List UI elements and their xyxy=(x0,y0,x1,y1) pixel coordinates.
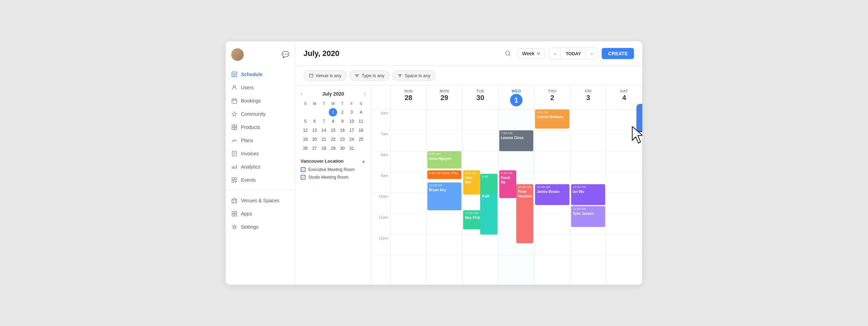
sidebar-item-plans[interactable]: Plans xyxy=(226,134,295,147)
mini-cal-date[interactable] xyxy=(357,144,365,153)
event-leanne-close[interactable]: 7:00 AM Leanne Close xyxy=(499,130,534,151)
event-time: 10:30 AM xyxy=(429,184,460,188)
event-peter-houston[interactable]: 10:00 AM Peter Houston xyxy=(516,184,533,243)
sidebar-item-venues[interactable]: Venues & Spaces xyxy=(226,194,295,207)
mini-cal-date[interactable]: 15 xyxy=(329,126,337,135)
mini-cal-date[interactable]: 25 xyxy=(357,135,365,144)
view-dropdown[interactable]: Week xyxy=(518,49,545,58)
sidebar-item-users[interactable]: Users xyxy=(226,81,295,94)
event-james-brown[interactable]: 10:00 AM James Brown xyxy=(535,184,569,205)
sidebar-item-schedule[interactable]: Schedule xyxy=(226,68,295,81)
space-filter[interactable]: Space is any xyxy=(392,70,435,81)
mini-cal-date[interactable]: 28 xyxy=(320,144,328,153)
location-collapse-btn[interactable]: ▲ xyxy=(361,159,366,164)
mini-cal-date[interactable]: 27 xyxy=(310,144,319,153)
mon-num: 29 xyxy=(428,94,461,102)
location-header: Vancouver Location ▲ xyxy=(301,158,366,164)
mini-cal-date[interactable]: 16 xyxy=(338,126,347,135)
sidebar-item-apps[interactable]: Apps xyxy=(226,207,295,220)
avatar[interactable] xyxy=(231,48,244,61)
executive-room-checkbox[interactable]: ✓ xyxy=(301,167,306,172)
mini-cal-date[interactable] xyxy=(310,108,319,116)
event-tue-overlap[interactable]: 9:45 xyxy=(480,174,497,195)
mini-cal-date[interactable]: 23 xyxy=(338,135,347,144)
mini-cal-date[interactable]: 8 xyxy=(329,117,337,125)
mini-cal-date[interactable]: 30 xyxy=(338,144,347,153)
mini-cal-date[interactable]: 22 xyxy=(329,135,337,144)
event-anna-nguyen[interactable]: 8:00 AM Anna Nguyen xyxy=(427,151,462,169)
mini-cal-date[interactable]: 6 xyxy=(310,117,319,125)
day-col-thu: 6:00 AM Garrett McMann 10:00 AM James Br… xyxy=(534,109,570,285)
event-pam-wei[interactable]: 9:00 AM Pam Wei xyxy=(463,170,480,195)
view-selector[interactable]: Week xyxy=(518,48,545,59)
search-button[interactable] xyxy=(502,48,514,59)
mini-cal-date[interactable]: 14 xyxy=(320,126,328,135)
mini-cal-date[interactable]: 5 xyxy=(301,117,309,125)
week-header-tue: TUE 30 xyxy=(462,85,499,109)
checkmark-icon: ✓ xyxy=(302,168,304,172)
mini-cal-date[interactable]: 19 xyxy=(301,135,309,144)
mini-cal-date[interactable]: 10 xyxy=(348,117,356,125)
day-slot xyxy=(427,235,462,255)
mini-cal-date[interactable] xyxy=(301,108,309,116)
mini-cal-date[interactable]: 18 xyxy=(357,126,365,135)
sidebar-item-label-community: Community xyxy=(241,111,266,117)
mini-cal-date-today[interactable]: 1 xyxy=(329,108,337,116)
event-bryan[interactable]: 10:30 AM Bryan Any xyxy=(427,182,462,210)
sidebar-item-invoices[interactable]: Invoices xyxy=(226,147,295,160)
mini-cal-date[interactable]: 4 xyxy=(357,108,365,116)
mini-cal-date[interactable]: 26 xyxy=(301,144,309,153)
svg-rect-13 xyxy=(232,180,234,182)
mini-cal-date[interactable]: 21 xyxy=(320,135,328,144)
sidebar-item-products[interactable]: Products xyxy=(226,121,295,134)
today-button[interactable]: TODAY xyxy=(561,49,586,58)
mini-cal-date[interactable]: 29 xyxy=(329,144,337,153)
svg-rect-3 xyxy=(233,75,235,76)
day-slot xyxy=(499,151,534,172)
day-label-t2: T xyxy=(338,101,347,106)
sidebar-item-analytics[interactable]: Analytics xyxy=(226,160,295,173)
type-filter[interactable]: Type is any xyxy=(349,70,390,81)
mini-cal-date[interactable]: 3 xyxy=(348,108,356,116)
mini-cal-date[interactable]: 9 xyxy=(338,117,347,125)
prev-button[interactable]: ‹ xyxy=(550,48,561,59)
studio-room-checkbox[interactable]: ✓ xyxy=(301,175,306,180)
mini-cal-prev[interactable]: ‹ xyxy=(301,91,302,97)
sidebar-item-community[interactable]: Community xyxy=(226,107,295,121)
day-slot xyxy=(462,235,498,255)
sidebar-item-events[interactable]: Events xyxy=(226,173,295,187)
mini-cal-date[interactable] xyxy=(320,108,328,116)
mini-cal-date[interactable]: 17 xyxy=(348,126,356,135)
venue-filter[interactable]: Venue is any xyxy=(303,70,347,81)
create-button[interactable]: CREATE xyxy=(602,48,634,59)
calendar-body: ‹ July 2020 › S M T W T F S xyxy=(295,85,642,285)
thu-label: THU xyxy=(536,89,569,93)
sidebar-item-settings[interactable]: Settings xyxy=(226,220,295,234)
mini-cal-date[interactable]: 31 xyxy=(348,144,356,153)
sidebar-item-bookings[interactable]: Bookings xyxy=(226,94,295,107)
event-farah[interactable]: 9:30 AM Farah Ra xyxy=(499,170,516,198)
event-tue-teal[interactable]: Kalli xyxy=(480,193,497,235)
mini-cal-date[interactable]: 24 xyxy=(348,135,356,144)
day-slot xyxy=(427,109,462,130)
event-garrett[interactable]: 6:00 AM Garrett McMann xyxy=(535,109,569,129)
space-filter-label: Space is any xyxy=(404,73,430,78)
products-icon xyxy=(231,124,237,130)
event-tyler-jensen[interactable]: 11:00 AM Tyler Jensen xyxy=(571,206,606,227)
mini-cal-date[interactable]: 20 xyxy=(310,135,319,144)
mini-cal-date[interactable]: 13 xyxy=(310,126,319,135)
chat-icon[interactable]: 💬 xyxy=(282,51,289,58)
day-label-m: M xyxy=(310,101,319,106)
sidebar-item-label-events: Events xyxy=(241,177,256,183)
mini-cal-next[interactable]: › xyxy=(364,91,366,97)
event-ian-wu[interactable]: 10:00 AM Ian Wu xyxy=(571,184,606,205)
day-label-t1: T xyxy=(319,101,328,106)
event-casey-riley[interactable]: 9:30 AM Casey Riley xyxy=(427,170,462,179)
mini-cal-date[interactable]: 7 xyxy=(320,117,328,125)
mini-cal-date[interactable]: 2 xyxy=(338,108,347,116)
day-slot xyxy=(427,214,462,235)
mini-cal-date[interactable]: 12 xyxy=(301,126,309,135)
mini-cal-day-labels: S M T W T F S xyxy=(301,101,366,106)
mini-cal-date[interactable]: 11 xyxy=(357,117,365,125)
next-button[interactable]: › xyxy=(586,48,597,59)
